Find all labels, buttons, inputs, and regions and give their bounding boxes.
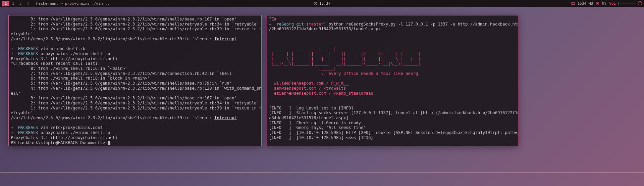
terminal-text: 5: from /var/lib/gems/2.5.0/gems/winrm-2… <box>11 81 232 86</box>
terminal-right-line: | \ | ___|| | | || ___|| || \ | | | <box>269 56 516 61</box>
terminal-right-line: sam@sensepost.com / @trowalts <box>269 86 516 91</box>
memory-value: 1534 MB <box>578 1 593 6</box>
terminal-text: 2: from /var/lib/gems/2.5.0/gems/winrm-2… <box>11 101 259 105</box>
terminal-text: | | | ___|| ___| || ___|/ \| | | ___| <box>269 51 421 56</box>
terminal-text: willem@sensepost.com / @_w_m__ <box>269 81 348 86</box>
terminal-left-line: etryable' <box>11 32 259 37</box>
terminal-left-line: 2: from /var/lib/gems/2.5.0/gems/winrm-2… <box>11 22 259 27</box>
terminal-text: sam@sensepost.com / @trowalts <box>269 86 346 91</box>
terminal-text: _____ ______ __|___ |__ ______ _____ ___… <box>269 46 418 51</box>
terminal-text: etienne@sensepost.com / @kamp_staaldraad <box>269 91 373 96</box>
terminal-right-line: [INFO ] [10.10.10.128:5985] HTTP [200]: … <box>269 130 516 135</box>
terminal-text: HACKBACK <box>18 46 38 51</box>
volume-bar[interactable] <box>619 3 635 4</box>
clock-text: 15:37 <box>319 1 330 6</box>
wallpaper-decoration <box>0 172 644 173</box>
clock: 15:37 <box>314 1 330 6</box>
workspace-1[interactable]: 1 <box>2 1 9 6</box>
workspace-2[interactable]: 2 <box>9 1 17 6</box>
terminal-right-line: [INFO ] Log Level set to [INFO] <box>269 106 516 111</box>
terminal-text: _____ <box>269 42 334 46</box>
terminal-left-line: 3: from /var/lib/gems/2.5.0/gems/winrm-2… <box>11 17 259 22</box>
terminal-text: ^CTraceback (most recent call last): <box>11 61 100 66</box>
system-info: 1534 MB 0% VOL <box>571 1 642 6</box>
terminal-right-line: [INFO ] Checking if Georg is ready <box>269 121 516 126</box>
svg-rect-1 <box>571 2 574 4</box>
terminal-text: 3: from /var/lib/gems/2.5.0/gems/winrm-2… <box>11 17 237 21</box>
terminal-left-line <box>11 42 259 47</box>
terminal-text: → <box>11 130 18 135</box>
terminal-text: → <box>269 22 276 27</box>
workspace-3[interactable]: 3 <box>17 1 24 6</box>
terminal-left-line <box>11 121 259 126</box>
power-icon[interactable] <box>638 1 642 5</box>
terminal-left-line: ProxyChains-3.1 (http://proxychains.sf.n… <box>11 56 259 61</box>
terminal-right-line: willem@sensepost.com / @_w_m__ <box>269 81 516 86</box>
terminal-right-line: [INFO ] [10.10.10.128:5985] <<<< [1236] <box>269 135 516 140</box>
terminal-left-line: /var/lib/gems/2.5.0/gems/winrm-2.3.2/lib… <box>11 115 259 121</box>
terminal-text: |__|\__\|______||______| __||______|\___… <box>269 61 421 66</box>
terminal-text: master <box>309 22 323 27</box>
terminal-text: HACKBACK <box>18 125 38 130</box>
terminal-text: HACKBACK <box>18 130 38 135</box>
terminal-text: ell' <box>11 91 21 96</box>
terminal-left-line: → HACKBACK vim winrm_shell.rb <box>11 46 259 51</box>
terminal-left-line: 3: from /var/lib/gems/2.5.0/gems/winrm-2… <box>11 96 259 101</box>
terminal-text: 1: from /var/lib/gems/2.5.0/gems/winrm-2… <box>11 27 262 31</box>
terminal-text: → <box>11 46 18 51</box>
terminal-text: 1: from /var/lib/gems/2.5.0/gems/winrm-2… <box>11 106 262 110</box>
terminal-right-line: | | | ___|| ___| || ___|/ \| | | ___| <box>269 51 516 56</box>
terminal-right-line <box>269 37 516 42</box>
terminal-left-line: 6: from ./winrm_shell.rb:18:in `block in… <box>11 76 259 81</box>
terminal-left-line: /var/lib/gems/2.5.0/gems/winrm-2.3.2/lib… <box>11 37 259 42</box>
terminal-right-line: [INFO ] Georg says, 'All seems fine' <box>269 125 516 130</box>
terminal-text: 4: from /var/lib/gems/2.5.0/gems/winrm-2… <box>11 86 262 91</box>
terminal-text: 2: from /var/lib/gems/2.5.0/gems/winrm-2… <box>11 22 259 27</box>
terminal-left-line: 1: from /var/lib/gems/2.5.0/gems/winrm-2… <box>11 106 259 111</box>
terminal-text: [INFO ] [10.10.10.128:5985] <<<< [1236] <box>269 135 373 140</box>
terminal-right[interactable]: ^C#→ reGeorg git:(master) python reGeorg… <box>267 15 518 146</box>
terminal-text: 3: from /var/lib/gems/2.5.0/gems/winrm-2… <box>11 96 237 100</box>
terminal-text: # <box>274 17 276 21</box>
terminal-right-line <box>269 32 516 37</box>
terminal-text: [INFO ] Checking if Georg is ready <box>269 121 361 125</box>
terminal-text: [INFO ] Starting socks server [127.0.0.1… <box>269 110 518 115</box>
terminal-text: a34dcd916421e531578/tunnel.aspx] <box>269 115 348 120</box>
terminal-right-line: → reGeorg git:(master) python reGeorgSoc… <box>269 22 516 27</box>
cpu-icon <box>596 2 599 5</box>
terminal-left-line: 2: from /var/lib/gems/2.5.0/gems/winrm-2… <box>11 101 259 106</box>
terminal-left[interactable]: 3: from /var/lib/gems/2.5.0/gems/winrm-2… <box>8 15 262 146</box>
terminal-left-line: 5: from /var/lib/gems/2.5.0/gems/winrm-2… <box>11 81 259 86</box>
terminal-right-line <box>269 76 516 81</box>
window-title: Hackerman: ~ proxychains ./win... <box>36 1 110 6</box>
terminal-right-line: ... every office needs a tool like Georg <box>269 71 516 76</box>
terminal-right-line: _____ ______ __|___ |__ ______ _____ ___… <box>269 46 516 51</box>
memory-icon <box>571 2 575 5</box>
vol-label: VOL <box>609 1 616 6</box>
terminal-right-line: a34dcd916421e531578/tunnel.aspx] <box>269 115 516 121</box>
terminal-text: | \ | ___|| | | || ___|| || \ | | | <box>269 56 421 61</box>
workspace-4[interactable]: 4 <box>24 1 32 6</box>
terminal-left-line: → HACKBACK proxychains ./winrm_shell.rb <box>11 51 259 56</box>
workspace-switcher: 1 2 3 4 <box>2 1 32 6</box>
svg-rect-3 <box>597 3 598 4</box>
terminal-text: vim /etc/proxychains.conf <box>38 125 103 130</box>
terminal-left-line: 4: from /var/lib/gems/2.5.0/gems/winrm-2… <box>11 86 259 91</box>
terminal-left-line: ProxyChains-3.1 (http://proxychains.sf.n… <box>11 135 259 140</box>
terminal-text: PS hackback\simple@HACKBACK Documents> <box>11 140 108 145</box>
terminal-text: [INFO ] Georg says, 'All seems fine' <box>269 125 366 130</box>
terminal-text: /var/lib/gems/2.5.0/gems/winrm-2.3.2/lib… <box>11 37 214 41</box>
terminal-text: proxychains ./winrm_shell.rb <box>38 51 110 56</box>
terminal-right-line: _____ <box>269 42 516 47</box>
terminal-text: reGeorg <box>276 22 294 27</box>
terminal-text: ProxyChains-3.1 (http://proxychains.sf.n… <box>11 135 117 140</box>
terminal-text: [INFO ] [10.10.10.128:5985] HTTP [200]: … <box>269 130 518 135</box>
terminal-text: python reGeorgSocksProxy.py -l 127.0.0.1… <box>326 22 518 27</box>
cpu-value: 0% <box>602 1 606 6</box>
terminal-text: [INFO ] Log Level set to [INFO] <box>269 106 354 110</box>
terminal-left-line: PS hackback\simple@HACKBACK Documents> <box>11 140 259 145</box>
terminal-left-line: 8: from ./winrm_shell.rb:16:in `<main>' <box>11 66 259 71</box>
terminal-text: HACKBACK <box>18 51 38 56</box>
cursor <box>108 141 110 145</box>
terminal-right-line: /2bb6916122f1da34dcd916421e531578/tunnel… <box>269 27 516 32</box>
